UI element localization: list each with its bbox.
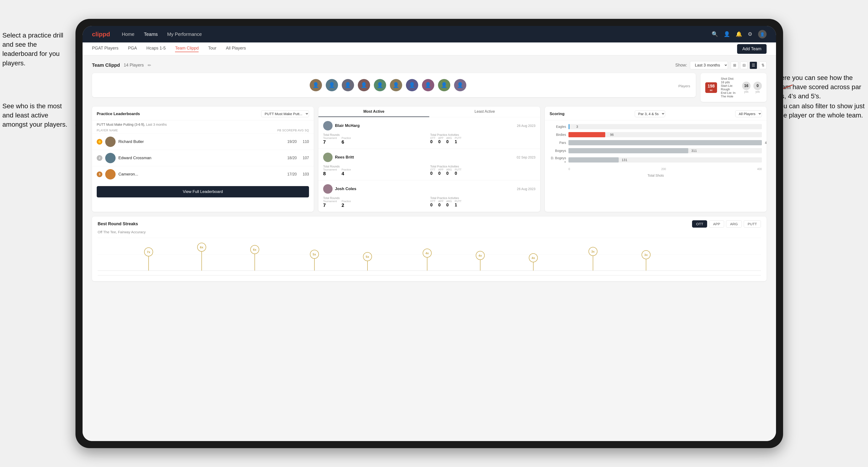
player-6[interactable]: 👤 (390, 79, 402, 91)
leaderboard-header: Practice Leaderboards PUTT Must Make Put… (92, 106, 314, 120)
subnav-pgat[interactable]: PGAT Players (92, 46, 118, 52)
pa-practice-3: Total Practice Activities OTT 0 APP 0 (430, 196, 535, 208)
navbar-links: Home Teams My Performance (122, 32, 712, 37)
add-team-button[interactable]: Add Team (737, 44, 767, 54)
lb-score-1: 19/20 (285, 139, 297, 144)
leaderboard-row: 2 Edward Crossman 18/20 107 (92, 150, 314, 166)
streaks-title: Best Round Streaks (98, 221, 138, 226)
player-avatar-5: 👤 (374, 79, 386, 91)
edit-icon[interactable]: ✏ (148, 63, 151, 68)
nav-home[interactable]: Home (122, 32, 134, 37)
subnav-hcaps[interactable]: Hcaps 1-5 (146, 46, 165, 52)
tab-most-active[interactable]: Most Active (318, 106, 429, 117)
player-avatar-4: 👤 (358, 79, 370, 91)
scoring-header: Scoring Par 3, 4 & 5s All Players (545, 106, 767, 120)
player-2[interactable]: 👤 (326, 79, 338, 91)
subnav-pga[interactable]: PGA (128, 46, 137, 52)
show-period-select[interactable]: Last 3 months (690, 61, 728, 69)
streak-pin-6: 4x (423, 249, 432, 271)
leaderboard-card: Practice Leaderboards PUTT Must Make Put… (92, 106, 314, 212)
lb-avg-3: 103 (300, 172, 309, 177)
main-content: Team Clippd 14 Players ✏ Show: Last 3 mo… (83, 55, 776, 441)
player-5[interactable]: 👤 (374, 79, 386, 91)
yds-display: 16 yds 0 yds (742, 82, 762, 93)
subnav-tour[interactable]: Tour (208, 46, 216, 52)
person-icon[interactable]: 👤 (724, 31, 730, 37)
lb-score-3: 17/20 (285, 172, 297, 177)
pa-header-2: Rees Britt 02 Sep 2023 (323, 153, 535, 162)
chart-bar-container-birdies: 96 (568, 132, 762, 137)
player-10[interactable]: 👤 (454, 79, 466, 91)
scoring-card: Scoring Par 3, 4 & 5s All Players Eagles (545, 106, 767, 212)
player-4[interactable]: 👤 (358, 79, 370, 91)
chart-bar-birdies: 96 (568, 132, 605, 137)
leaderboard-subtitle: PUTT Must Make Putting (3-6 ft), Last 3 … (92, 120, 314, 127)
chart-label-birdies: Birdies (550, 133, 566, 136)
pa-rounds-1: Total Rounds Tournament 7 Practice 6 (323, 133, 428, 145)
players-avatars: 👤 👤 👤 👤 👤 (98, 79, 678, 91)
nav-my-performance[interactable]: My Performance (167, 32, 202, 37)
sub-nav: PGAT Players PGA Hcaps 1-5 Team Clippd T… (83, 42, 776, 55)
list-icon[interactable]: ☰ (750, 62, 757, 69)
filter-icon[interactable]: ⇅ (759, 62, 767, 69)
chart-bar-container-pars: 499 (568, 140, 762, 145)
yds-1: 16 yds (742, 82, 750, 93)
activity-player-3: Josh Coles 26 Aug 2023 Total Rounds Tour… (318, 180, 540, 212)
subnav-team-clippd[interactable]: Team Clippd (175, 46, 198, 52)
pa-date-2: 02 Sep 2023 (517, 155, 535, 159)
settings-icon[interactable]: ⚙ (748, 31, 752, 37)
streaks-subtitle: Off The Tee, Fairway Accuracy (98, 230, 761, 234)
chart-x-label: Total Shots (550, 174, 762, 177)
players-row-card: 👤 👤 👤 👤 👤 (92, 73, 696, 97)
chart-label-bogeys: Bogeys (550, 149, 566, 153)
player-9[interactable]: 👤 (438, 79, 450, 91)
lb-avatar-1 (105, 136, 116, 147)
chart-bar-container-eagles: 3 (568, 124, 762, 129)
tab-least-active[interactable]: Least Active (429, 106, 540, 117)
chart-bar-container-bogeys: 311 (568, 148, 762, 153)
players-filter-select[interactable]: All Players (735, 111, 762, 117)
search-icon[interactable]: 🔍 (712, 31, 718, 37)
lb-avg-2: 107 (300, 156, 309, 160)
leaderboard-title: Practice Leaderboards (97, 112, 140, 116)
drill-select[interactable]: PUTT Must Make Putt... (261, 111, 309, 117)
view-full-leaderboard-button[interactable]: View Full Leaderboard (97, 186, 309, 197)
streaks-btn-app[interactable]: APP (709, 220, 724, 228)
streak-pin-4: 5x (310, 250, 319, 271)
streak-pin-1: 7x (144, 247, 153, 271)
chart-label-dbogeys: D. Bogeys + (550, 156, 566, 164)
lb-name-1: Richard Butler (118, 139, 282, 144)
annotation-bottom-left: See who is the most and least active amo… (2, 101, 73, 129)
rank-badge-3: 3 (97, 172, 102, 177)
leaderboard-thead: PLAYER NAME PB SCORE PB AVG SQ (92, 127, 314, 133)
rank-badge-2: 2 (97, 155, 102, 161)
streaks-btn-ott[interactable]: OTT (692, 220, 707, 228)
grid-large-icon[interactable]: ⊟ (740, 62, 748, 69)
streaks-btn-putt[interactable]: PUTT (744, 220, 761, 228)
user-avatar[interactable]: 👤 (758, 30, 767, 38)
subnav-all-players[interactable]: All Players (226, 46, 246, 52)
leaderboard-row: 3 Cameron... 17/20 103 (92, 166, 314, 182)
streaks-btn-arg[interactable]: ARG (726, 220, 742, 228)
chart-row-bogeys: Bogeys 311 (550, 148, 762, 153)
scoring-title: Scoring (550, 112, 564, 116)
pa-rounds-2: Total Rounds Tournament 8 Practice 4 (323, 165, 428, 177)
chart-value-dbogeys: 131 (622, 158, 627, 162)
chart-label-pars: Pars (550, 141, 566, 145)
grid-small-icon[interactable]: ⊞ (731, 62, 738, 69)
player-avatar-3: 👤 (342, 79, 354, 91)
nav-teams[interactable]: Teams (144, 32, 158, 37)
player-8[interactable]: 👤 (422, 79, 434, 91)
player-3[interactable]: 👤 (342, 79, 354, 91)
bell-icon[interactable]: 🔔 (736, 31, 742, 37)
player-avatar-9: 👤 (438, 79, 450, 91)
chart-value-eagles: 3 (576, 125, 578, 129)
activity-player-2: Rees Britt 02 Sep 2023 Total Rounds Tour… (318, 149, 540, 180)
par-filter-select[interactable]: Par 3, 4 & 5s (635, 111, 665, 117)
tablet-screen: clippd Home Teams My Performance 🔍 👤 🔔 ⚙… (83, 26, 776, 441)
player-1[interactable]: 👤 (310, 79, 322, 91)
player-avatar-6: 👤 (390, 79, 402, 91)
chart-row-pars: Pars 499 (550, 140, 762, 145)
player-7[interactable]: 👤 (406, 79, 418, 91)
lb-name-3: Cameron... (118, 172, 282, 177)
